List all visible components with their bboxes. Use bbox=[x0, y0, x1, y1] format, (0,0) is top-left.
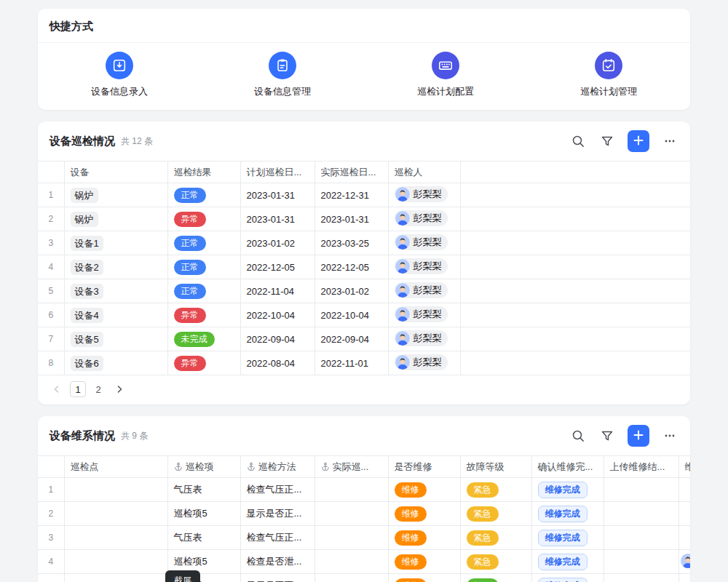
device-cell[interactable]: 锅炉 bbox=[64, 207, 167, 231]
column-header[interactable]: 是否维修 bbox=[388, 456, 460, 478]
actual-date-cell[interactable]: 2023-01-02 bbox=[314, 279, 388, 303]
confirm-cell[interactable]: 维修完成 bbox=[531, 502, 604, 526]
result-cell[interactable]: 正常 bbox=[167, 183, 240, 207]
extra-cell[interactable] bbox=[678, 478, 690, 502]
actual-date-cell[interactable]: 2023-03-25 bbox=[314, 231, 388, 255]
column-header[interactable]: 确认维修完... bbox=[531, 456, 604, 478]
planned-date-cell[interactable]: 2022-09-04 bbox=[240, 327, 314, 351]
planned-date-cell[interactable]: 2022-11-04 bbox=[240, 279, 314, 303]
actual-cell[interactable] bbox=[314, 478, 388, 502]
repair-cell[interactable]: 维修 bbox=[388, 502, 460, 526]
actual-date-cell[interactable]: 2023-01-31 bbox=[314, 207, 388, 231]
column-header[interactable]: 设备 bbox=[64, 162, 167, 183]
repair-done-button[interactable]: 维修完成 bbox=[538, 530, 587, 546]
person-chip[interactable]: 彭梨梨 bbox=[395, 330, 448, 346]
column-header[interactable]: 巡检方法 bbox=[240, 456, 314, 478]
point-cell[interactable] bbox=[64, 574, 167, 582]
upload-cell[interactable] bbox=[604, 526, 678, 550]
inspector-cell[interactable]: 彭梨梨 bbox=[388, 303, 460, 327]
level-cell[interactable]: 紧急 bbox=[460, 550, 531, 574]
device-chip[interactable]: 设备2 bbox=[71, 260, 103, 275]
device-cell[interactable]: 设备1 bbox=[64, 231, 167, 255]
device-cell[interactable]: 锅炉 bbox=[64, 183, 167, 207]
confirm-cell[interactable]: 维修完成 bbox=[531, 478, 604, 502]
result-cell[interactable]: 正常 bbox=[167, 255, 240, 279]
device-chip[interactable]: 设备4 bbox=[71, 308, 103, 323]
extra-cell[interactable] bbox=[678, 526, 690, 550]
column-header[interactable]: 维... bbox=[678, 456, 690, 478]
device-cell[interactable]: 设备2 bbox=[64, 255, 167, 279]
add-record-button[interactable] bbox=[628, 130, 649, 152]
method-cell[interactable]: 检查气压正... bbox=[240, 526, 314, 550]
column-header[interactable]: 巡检项 bbox=[167, 456, 240, 478]
actual-cell[interactable] bbox=[314, 550, 388, 574]
person-chip[interactable]: 彭梨梨 bbox=[395, 186, 448, 202]
upload-cell[interactable] bbox=[604, 550, 678, 574]
actual-date-cell[interactable]: 2022-12-05 bbox=[314, 255, 388, 279]
repair-done-button[interactable]: 维修完成 bbox=[538, 554, 587, 570]
device-chip[interactable]: 设备5 bbox=[71, 332, 103, 347]
item-cell[interactable]: 气压表 bbox=[167, 478, 240, 502]
column-header[interactable]: 巡检人 bbox=[388, 162, 460, 183]
result-cell[interactable]: 正常 bbox=[167, 279, 240, 303]
device-cell[interactable]: 设备3 bbox=[64, 279, 167, 303]
upload-cell[interactable] bbox=[604, 478, 678, 502]
extra-cell[interactable] bbox=[678, 550, 690, 574]
confirm-cell[interactable]: 维修完成 bbox=[531, 574, 604, 582]
page-button[interactable]: 1 bbox=[70, 381, 86, 397]
column-header[interactable]: 巡检结果 bbox=[167, 162, 240, 183]
confirm-cell[interactable]: 维修完成 bbox=[531, 550, 604, 574]
column-header[interactable]: 计划巡检日... bbox=[240, 162, 314, 183]
planned-date-cell[interactable]: 2023-01-02 bbox=[240, 231, 314, 255]
column-header[interactable]: 实际巡检日... bbox=[314, 162, 388, 183]
result-cell[interactable]: 异常 bbox=[167, 351, 240, 375]
next-page-icon[interactable] bbox=[112, 382, 127, 396]
device-cell[interactable]: 设备5 bbox=[64, 327, 167, 351]
actual-date-cell[interactable]: 2022-12-31 bbox=[314, 183, 388, 207]
repair-cell[interactable]: 维修 bbox=[388, 478, 460, 502]
actual-cell[interactable] bbox=[314, 526, 388, 550]
person-chip[interactable]: 彭梨梨 bbox=[395, 234, 448, 250]
actual-date-cell[interactable]: 2022-09-04 bbox=[314, 327, 388, 351]
column-header[interactable]: 巡检点 bbox=[64, 456, 167, 478]
repair-cell[interactable]: 维修 bbox=[388, 574, 460, 582]
point-cell[interactable] bbox=[64, 550, 167, 574]
device-chip[interactable]: 设备1 bbox=[71, 236, 103, 251]
more-icon[interactable] bbox=[661, 427, 678, 445]
result-cell[interactable]: 未完成 bbox=[167, 327, 240, 351]
page-button[interactable]: 2 bbox=[90, 381, 106, 397]
method-cell[interactable]: 检查气压正... bbox=[240, 478, 314, 502]
inspector-cell[interactable]: 彭梨梨 bbox=[388, 183, 460, 207]
level-cell[interactable]: 紧急 bbox=[460, 526, 531, 550]
point-cell[interactable] bbox=[64, 478, 167, 502]
inspector-cell[interactable]: 彭梨梨 bbox=[388, 207, 460, 231]
point-cell[interactable] bbox=[64, 526, 167, 550]
level-cell[interactable]: 紧急 bbox=[460, 502, 531, 526]
inspector-cell[interactable]: 彭梨梨 bbox=[388, 255, 460, 279]
shortcut-item[interactable]: 设备信息录入 bbox=[38, 52, 201, 98]
planned-date-cell[interactable]: 2023-01-31 bbox=[240, 207, 314, 231]
extra-cell[interactable] bbox=[678, 502, 690, 526]
person-chip[interactable]: 彭梨梨 bbox=[395, 282, 448, 298]
planned-date-cell[interactable]: 2022-08-04 bbox=[240, 351, 314, 375]
filter-icon[interactable] bbox=[598, 132, 616, 150]
actual-cell[interactable] bbox=[314, 574, 388, 582]
column-header[interactable]: 上传维修结... bbox=[604, 456, 678, 478]
column-header[interactable]: 故障等级 bbox=[460, 456, 531, 478]
person-chip[interactable]: 彭梨梨 bbox=[395, 306, 448, 322]
filter-icon[interactable] bbox=[598, 427, 616, 445]
device-chip[interactable]: 设备6 bbox=[71, 356, 103, 371]
planned-date-cell[interactable]: 2023-01-31 bbox=[240, 183, 314, 207]
result-cell[interactable]: 正常 bbox=[167, 231, 240, 255]
result-cell[interactable]: 异常 bbox=[167, 303, 240, 327]
extra-cell[interactable] bbox=[678, 574, 690, 582]
add-record-button[interactable] bbox=[628, 425, 649, 447]
device-chip[interactable]: 锅炉 bbox=[71, 212, 98, 227]
inspector-cell[interactable]: 彭梨梨 bbox=[388, 351, 460, 375]
level-cell[interactable]: 紧急 bbox=[460, 478, 531, 502]
person-chip[interactable]: 彭梨梨 bbox=[395, 354, 448, 370]
point-cell[interactable] bbox=[64, 502, 167, 526]
method-cell[interactable]: 显示是否正... bbox=[240, 502, 314, 526]
upload-cell[interactable] bbox=[604, 502, 678, 526]
more-icon[interactable] bbox=[661, 132, 678, 150]
